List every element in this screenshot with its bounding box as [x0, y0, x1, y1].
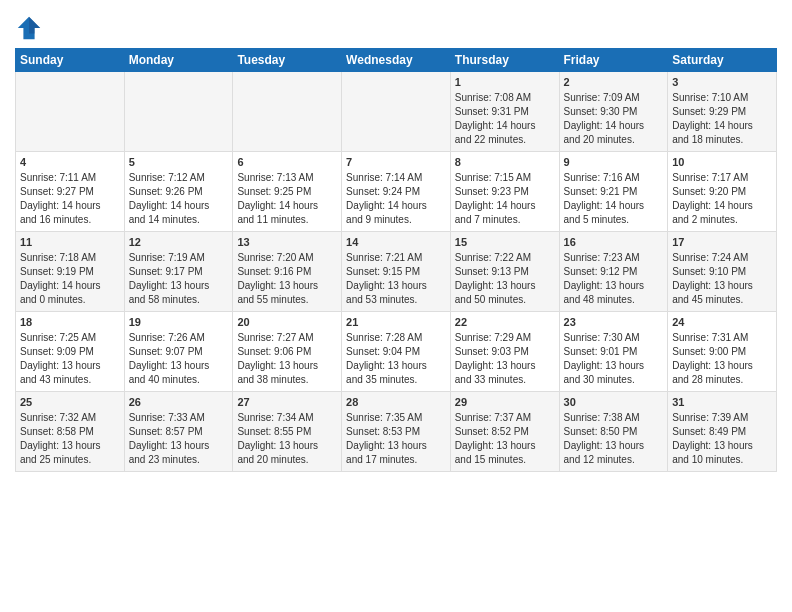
main-container: SundayMondayTuesdayWednesdayThursdayFrid…: [0, 0, 792, 480]
calendar-cell: 18Sunrise: 7:25 AM Sunset: 9:09 PM Dayli…: [16, 312, 125, 392]
day-info: Sunrise: 7:39 AM Sunset: 8:49 PM Dayligh…: [672, 411, 772, 467]
day-number: 23: [564, 315, 664, 330]
calendar-cell: 22Sunrise: 7:29 AM Sunset: 9:03 PM Dayli…: [450, 312, 559, 392]
calendar-cell: 4Sunrise: 7:11 AM Sunset: 9:27 PM Daylig…: [16, 152, 125, 232]
calendar-cell: 1Sunrise: 7:08 AM Sunset: 9:31 PM Daylig…: [450, 72, 559, 152]
day-number: 5: [129, 155, 229, 170]
day-number: 12: [129, 235, 229, 250]
day-number: 10: [672, 155, 772, 170]
day-info: Sunrise: 7:28 AM Sunset: 9:04 PM Dayligh…: [346, 331, 446, 387]
calendar-cell: 23Sunrise: 7:30 AM Sunset: 9:01 PM Dayli…: [559, 312, 668, 392]
day-number: 17: [672, 235, 772, 250]
day-info: Sunrise: 7:29 AM Sunset: 9:03 PM Dayligh…: [455, 331, 555, 387]
calendar-cell: 6Sunrise: 7:13 AM Sunset: 9:25 PM Daylig…: [233, 152, 342, 232]
day-number: 7: [346, 155, 446, 170]
column-header-friday: Friday: [559, 49, 668, 72]
calendar-cell: 27Sunrise: 7:34 AM Sunset: 8:55 PM Dayli…: [233, 392, 342, 472]
calendar-cell: [16, 72, 125, 152]
day-number: 18: [20, 315, 120, 330]
day-number: 13: [237, 235, 337, 250]
calendar-cell: 13Sunrise: 7:20 AM Sunset: 9:16 PM Dayli…: [233, 232, 342, 312]
day-info: Sunrise: 7:37 AM Sunset: 8:52 PM Dayligh…: [455, 411, 555, 467]
day-info: Sunrise: 7:08 AM Sunset: 9:31 PM Dayligh…: [455, 91, 555, 147]
calendar-cell: 24Sunrise: 7:31 AM Sunset: 9:00 PM Dayli…: [668, 312, 777, 392]
day-info: Sunrise: 7:23 AM Sunset: 9:12 PM Dayligh…: [564, 251, 664, 307]
day-info: Sunrise: 7:21 AM Sunset: 9:15 PM Dayligh…: [346, 251, 446, 307]
logo-icon: [15, 14, 43, 42]
day-number: 26: [129, 395, 229, 410]
day-info: Sunrise: 7:25 AM Sunset: 9:09 PM Dayligh…: [20, 331, 120, 387]
calendar-cell: 11Sunrise: 7:18 AM Sunset: 9:19 PM Dayli…: [16, 232, 125, 312]
day-info: Sunrise: 7:15 AM Sunset: 9:23 PM Dayligh…: [455, 171, 555, 227]
day-info: Sunrise: 7:18 AM Sunset: 9:19 PM Dayligh…: [20, 251, 120, 307]
day-info: Sunrise: 7:27 AM Sunset: 9:06 PM Dayligh…: [237, 331, 337, 387]
day-info: Sunrise: 7:24 AM Sunset: 9:10 PM Dayligh…: [672, 251, 772, 307]
column-header-sunday: Sunday: [16, 49, 125, 72]
column-header-saturday: Saturday: [668, 49, 777, 72]
day-info: Sunrise: 7:11 AM Sunset: 9:27 PM Dayligh…: [20, 171, 120, 227]
day-number: 1: [455, 75, 555, 90]
calendar-cell: 20Sunrise: 7:27 AM Sunset: 9:06 PM Dayli…: [233, 312, 342, 392]
calendar-week-row: 11Sunrise: 7:18 AM Sunset: 9:19 PM Dayli…: [16, 232, 777, 312]
day-number: 20: [237, 315, 337, 330]
logo: [15, 14, 45, 42]
day-number: 22: [455, 315, 555, 330]
day-info: Sunrise: 7:35 AM Sunset: 8:53 PM Dayligh…: [346, 411, 446, 467]
header-area: [15, 10, 777, 42]
day-number: 21: [346, 315, 446, 330]
calendar-week-row: 4Sunrise: 7:11 AM Sunset: 9:27 PM Daylig…: [16, 152, 777, 232]
day-number: 8: [455, 155, 555, 170]
day-info: Sunrise: 7:19 AM Sunset: 9:17 PM Dayligh…: [129, 251, 229, 307]
calendar-cell: 3Sunrise: 7:10 AM Sunset: 9:29 PM Daylig…: [668, 72, 777, 152]
day-info: Sunrise: 7:33 AM Sunset: 8:57 PM Dayligh…: [129, 411, 229, 467]
day-number: 27: [237, 395, 337, 410]
day-number: 9: [564, 155, 664, 170]
calendar-week-row: 18Sunrise: 7:25 AM Sunset: 9:09 PM Dayli…: [16, 312, 777, 392]
day-number: 29: [455, 395, 555, 410]
calendar-header-row: SundayMondayTuesdayWednesdayThursdayFrid…: [16, 49, 777, 72]
day-number: 24: [672, 315, 772, 330]
day-number: 15: [455, 235, 555, 250]
day-info: Sunrise: 7:32 AM Sunset: 8:58 PM Dayligh…: [20, 411, 120, 467]
day-info: Sunrise: 7:31 AM Sunset: 9:00 PM Dayligh…: [672, 331, 772, 387]
calendar-cell: 28Sunrise: 7:35 AM Sunset: 8:53 PM Dayli…: [342, 392, 451, 472]
calendar-cell: [124, 72, 233, 152]
column-header-thursday: Thursday: [450, 49, 559, 72]
calendar-cell: 26Sunrise: 7:33 AM Sunset: 8:57 PM Dayli…: [124, 392, 233, 472]
day-info: Sunrise: 7:16 AM Sunset: 9:21 PM Dayligh…: [564, 171, 664, 227]
day-number: 3: [672, 75, 772, 90]
calendar-cell: 7Sunrise: 7:14 AM Sunset: 9:24 PM Daylig…: [342, 152, 451, 232]
calendar-cell: 30Sunrise: 7:38 AM Sunset: 8:50 PM Dayli…: [559, 392, 668, 472]
day-number: 4: [20, 155, 120, 170]
day-info: Sunrise: 7:22 AM Sunset: 9:13 PM Dayligh…: [455, 251, 555, 307]
calendar-cell: 14Sunrise: 7:21 AM Sunset: 9:15 PM Dayli…: [342, 232, 451, 312]
column-header-wednesday: Wednesday: [342, 49, 451, 72]
calendar-week-row: 1Sunrise: 7:08 AM Sunset: 9:31 PM Daylig…: [16, 72, 777, 152]
day-info: Sunrise: 7:10 AM Sunset: 9:29 PM Dayligh…: [672, 91, 772, 147]
calendar-cell: 8Sunrise: 7:15 AM Sunset: 9:23 PM Daylig…: [450, 152, 559, 232]
column-header-tuesday: Tuesday: [233, 49, 342, 72]
column-header-monday: Monday: [124, 49, 233, 72]
day-info: Sunrise: 7:09 AM Sunset: 9:30 PM Dayligh…: [564, 91, 664, 147]
calendar-cell: 12Sunrise: 7:19 AM Sunset: 9:17 PM Dayli…: [124, 232, 233, 312]
calendar-cell: 10Sunrise: 7:17 AM Sunset: 9:20 PM Dayli…: [668, 152, 777, 232]
day-info: Sunrise: 7:13 AM Sunset: 9:25 PM Dayligh…: [237, 171, 337, 227]
calendar-cell: 5Sunrise: 7:12 AM Sunset: 9:26 PM Daylig…: [124, 152, 233, 232]
svg-marker-1: [29, 17, 40, 34]
day-info: Sunrise: 7:20 AM Sunset: 9:16 PM Dayligh…: [237, 251, 337, 307]
calendar-cell: 9Sunrise: 7:16 AM Sunset: 9:21 PM Daylig…: [559, 152, 668, 232]
day-info: Sunrise: 7:38 AM Sunset: 8:50 PM Dayligh…: [564, 411, 664, 467]
day-number: 2: [564, 75, 664, 90]
calendar-cell: 17Sunrise: 7:24 AM Sunset: 9:10 PM Dayli…: [668, 232, 777, 312]
day-number: 31: [672, 395, 772, 410]
day-number: 25: [20, 395, 120, 410]
day-number: 16: [564, 235, 664, 250]
day-info: Sunrise: 7:26 AM Sunset: 9:07 PM Dayligh…: [129, 331, 229, 387]
day-info: Sunrise: 7:14 AM Sunset: 9:24 PM Dayligh…: [346, 171, 446, 227]
calendar-week-row: 25Sunrise: 7:32 AM Sunset: 8:58 PM Dayli…: [16, 392, 777, 472]
calendar-cell: [342, 72, 451, 152]
day-info: Sunrise: 7:12 AM Sunset: 9:26 PM Dayligh…: [129, 171, 229, 227]
day-number: 28: [346, 395, 446, 410]
calendar-cell: 15Sunrise: 7:22 AM Sunset: 9:13 PM Dayli…: [450, 232, 559, 312]
day-info: Sunrise: 7:17 AM Sunset: 9:20 PM Dayligh…: [672, 171, 772, 227]
